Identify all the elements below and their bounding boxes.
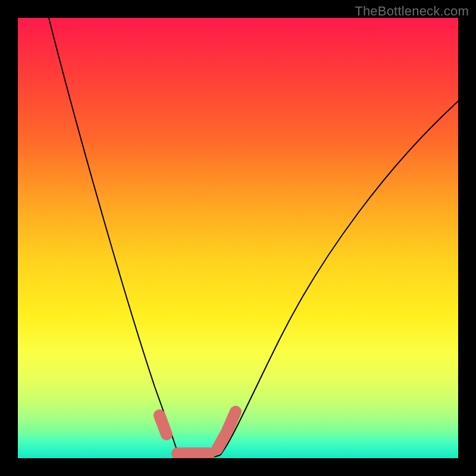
curve-left-branch: [49, 18, 178, 455]
chart-frame: TheBottleneck.com: [0, 0, 476, 476]
curves-svg: [18, 18, 458, 458]
pink-marker-right-2: [227, 412, 236, 431]
plot-area: [18, 18, 458, 458]
watermark-text: TheBottleneck.com: [355, 4, 469, 19]
pink-marker-left: [159, 415, 167, 434]
curve-right-branch: [220, 101, 458, 455]
